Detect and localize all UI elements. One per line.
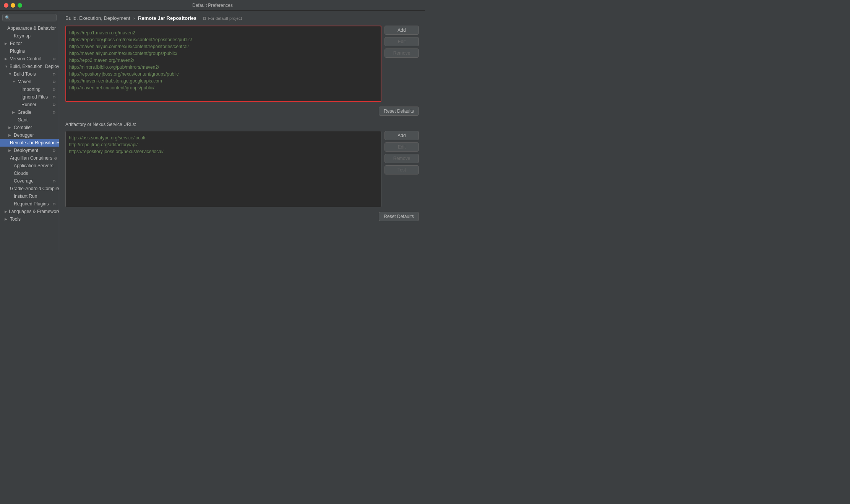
sidebar-item-deployment[interactable]: ▶Deployment⚙ <box>0 147 59 154</box>
gear-icon-maven: ⚙ <box>52 80 56 84</box>
sidebar-label-build-tools: Build Tools <box>14 71 36 77</box>
repo-add-button[interactable]: Add <box>384 26 419 35</box>
sidebar-item-editor[interactable]: ▶Editor <box>0 40 59 47</box>
sidebar-item-required-plugins[interactable]: Required Plugins⚙ <box>0 200 59 208</box>
sidebar-label-arquillian: Arquillian Containers <box>10 155 52 161</box>
sidebar-item-debugger[interactable]: ▶Debugger <box>0 131 59 139</box>
close-button[interactable] <box>4 3 8 8</box>
list-item[interactable]: https://oss.sonatype.org/service/local/ <box>69 134 378 141</box>
sidebar: 🔍 Appearance & BehaviorKeymap▶EditorPlug… <box>0 11 59 252</box>
sidebar-label-tools: Tools <box>10 216 21 222</box>
sidebar-item-gant[interactable]: Gant <box>0 116 59 124</box>
breadcrumb-separator: › <box>133 15 135 21</box>
list-item[interactable]: http://repository.jboss.org/nexus/conten… <box>69 71 378 78</box>
artifactory-test-button[interactable]: Test <box>384 165 419 174</box>
sidebar-item-gradle[interactable]: ▶Gradle⚙ <box>0 108 59 116</box>
sidebar-item-instant-run[interactable]: Instant Run <box>0 192 59 200</box>
sidebar-label-maven: Maven <box>18 79 31 84</box>
sidebar-label-build-exec-deploy: Build, Execution, Deployment <box>10 64 59 69</box>
repo-panel-with-buttons: https://repo1.maven.org/maven2https://re… <box>65 26 419 102</box>
sidebar-item-maven[interactable]: ▼Maven⚙ <box>0 78 59 86</box>
repo-list-panel[interactable]: https://repo1.maven.org/maven2https://re… <box>65 26 381 102</box>
artifactory-list-panel[interactable]: https://oss.sonatype.org/service/local/h… <box>65 131 381 207</box>
artifactory-panel-with-buttons: https://oss.sonatype.org/service/local/h… <box>65 131 419 207</box>
breadcrumb: Build, Execution, Deployment › Remote Ja… <box>59 11 425 24</box>
sidebar-item-build-tools[interactable]: ▼Build Tools⚙ <box>0 70 59 78</box>
repo-edit-button[interactable]: Edit <box>384 37 419 46</box>
sidebar-item-ignored-files[interactable]: Ignored Files⚙ <box>0 93 59 101</box>
sidebar-label-coverage: Coverage <box>14 178 34 184</box>
sidebar-item-build-exec-deploy[interactable]: ▼Build, Execution, Deployment <box>0 63 59 70</box>
sidebar-label-editor: Editor <box>10 41 22 46</box>
breadcrumb-current: Remote Jar Repositories <box>138 15 196 21</box>
sidebar-item-runner[interactable]: Runner⚙ <box>0 101 59 108</box>
list-item[interactable]: http://maven.aliyun.com/nexus/content/gr… <box>69 50 378 57</box>
sidebar-label-runner: Runner <box>21 102 36 107</box>
repo-remove-button[interactable]: Remove <box>384 48 419 58</box>
sidebar-label-compiler: Compiler <box>14 125 32 130</box>
sidebar-item-version-control[interactable]: ▶Version Control⚙ <box>0 55 59 63</box>
list-item[interactable]: https://repository.jboss.org/nexus/conte… <box>69 36 378 43</box>
maximize-button[interactable] <box>18 3 22 8</box>
sidebar-label-gradle: Gradle <box>18 110 31 115</box>
artifactory-remove-button[interactable]: Remove <box>384 154 419 163</box>
list-item[interactable]: http://maven.aliyun.com/nexus/content/re… <box>69 43 378 50</box>
sidebar-label-languages: Languages & Frameworks <box>9 209 59 214</box>
sidebar-label-required-plugins: Required Plugins <box>14 201 49 207</box>
sidebar-item-compiler[interactable]: ▶Compiler <box>0 124 59 131</box>
artifactory-reset-button[interactable]: Reset Defaults <box>379 212 419 221</box>
arrow-icon-maven: ▼ <box>12 80 16 84</box>
sidebar-item-remote-jar[interactable]: Remote Jar Repositories⚙ <box>0 139 59 147</box>
sidebar-item-importing[interactable]: Importing⚙ <box>0 86 59 93</box>
list-item[interactable]: https://maven-central.storage.googleapis… <box>69 78 378 84</box>
sidebar-label-appearance: Appearance & Behavior <box>7 26 56 31</box>
sidebar-item-arquillian[interactable]: Arquillian Containers⚙ <box>0 154 59 162</box>
sidebar-label-deployment: Deployment <box>14 148 38 153</box>
artifactory-section: Artifactory or Nexus Service URLs: https… <box>65 122 419 221</box>
sidebar-label-app-servers: Application Servers <box>14 163 53 168</box>
minimize-button[interactable] <box>11 3 15 8</box>
window-controls[interactable] <box>4 3 22 8</box>
sidebar-item-app-servers[interactable]: Application Servers <box>0 162 59 170</box>
sidebar-item-coverage[interactable]: Coverage⚙ <box>0 177 59 185</box>
search-icon: 🔍 <box>5 15 10 20</box>
list-item[interactable]: http://mirrors.ibiblio.org/pub/mirrors/m… <box>69 64 378 71</box>
sidebar-label-importing: Importing <box>21 87 41 92</box>
sidebar-item-clouds[interactable]: Clouds <box>0 170 59 177</box>
gear-icon-importing: ⚙ <box>52 87 56 92</box>
sidebar-label-ignored-files: Ignored Files <box>21 94 48 100</box>
sidebar-item-gradle-android[interactable]: Gradle-Android Compiler⚙ <box>0 185 59 192</box>
sidebar-label-plugins: Plugins <box>10 48 25 54</box>
artifactory-edit-button[interactable]: Edit <box>384 142 419 152</box>
sidebar-item-tools[interactable]: ▶Tools <box>0 215 59 223</box>
arrow-icon-deployment: ▶ <box>8 149 12 152</box>
arrow-icon-editor: ▶ <box>5 42 8 45</box>
sidebar-item-keymap[interactable]: Keymap <box>0 32 59 40</box>
search-box[interactable]: 🔍 <box>2 14 57 21</box>
arrow-icon-build-exec-deploy: ▼ <box>5 65 8 68</box>
sidebar-item-languages[interactable]: ▶Languages & Frameworks <box>0 208 59 215</box>
gear-icon-required-plugins: ⚙ <box>52 202 56 206</box>
list-item[interactable]: https://repo1.maven.org/maven2 <box>69 29 378 36</box>
repo-reset-button[interactable]: Reset Defaults <box>379 107 419 116</box>
sidebar-item-plugins[interactable]: Plugins <box>0 47 59 55</box>
gear-icon-coverage: ⚙ <box>52 179 56 183</box>
list-item[interactable]: https://repository.jboss.org/nexus/servi… <box>69 148 378 155</box>
repo-buttons: Add Edit Remove <box>384 26 419 102</box>
sidebar-item-appearance[interactable]: Appearance & Behavior <box>0 24 59 32</box>
gear-icon-arquillian: ⚙ <box>54 156 57 160</box>
arrow-icon-languages: ▶ <box>5 210 7 213</box>
list-item[interactable]: http://repo2.maven.org/maven2/ <box>69 57 378 64</box>
sidebar-label-gant: Gant <box>18 117 28 123</box>
arrow-icon-compiler: ▶ <box>8 126 12 129</box>
list-item[interactable]: http://repo.jfrog.org/artifactory/api/ <box>69 141 378 148</box>
artifactory-label: Artifactory or Nexus Service URLs: <box>65 122 419 127</box>
search-input[interactable] <box>12 15 54 20</box>
artifactory-add-button[interactable]: Add <box>384 131 419 140</box>
sidebar-label-gradle-android: Gradle-Android Compiler <box>10 186 59 191</box>
content-area: Build, Execution, Deployment › Remote Ja… <box>59 11 425 252</box>
gear-icon-version-control: ⚙ <box>52 57 56 61</box>
list-item[interactable]: http://maven.net.cn/content/groups/publi… <box>69 84 378 91</box>
repo-section: https://repo1.maven.org/maven2https://re… <box>65 26 419 116</box>
sidebar-label-version-control: Version Control <box>10 56 41 61</box>
